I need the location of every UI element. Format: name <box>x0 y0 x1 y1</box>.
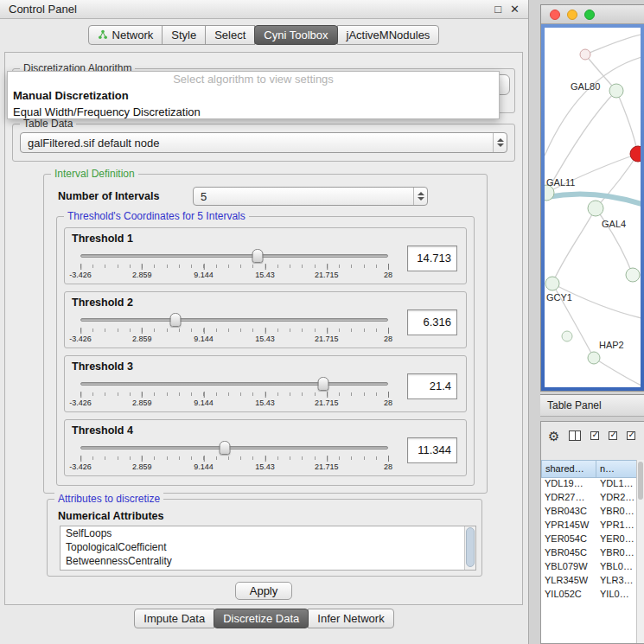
tab-label: Infer Network <box>317 612 384 625</box>
tab-label: Select <box>214 29 245 41</box>
list-item[interactable]: BetweennessCentrality <box>61 554 475 568</box>
table-scrollbar[interactable] <box>636 460 644 643</box>
tab-jactivemnodules[interactable]: jActiveMNodules <box>337 25 440 45</box>
network-node-gal4[interactable] <box>588 201 603 216</box>
table-toolbar: ⚙ <box>541 422 644 450</box>
threshold-label: Threshold 1 <box>72 233 133 245</box>
node-label: HAP2 <box>599 340 624 350</box>
table-row[interactable]: YBL079WYBL0… <box>541 561 644 575</box>
select-function-checkbox-icon[interactable] <box>627 431 635 440</box>
table-data-combobox[interactable]: galFiltered.sif default node <box>20 132 507 153</box>
float-window-icon[interactable]: □ <box>494 3 501 16</box>
apply-button[interactable]: Apply <box>235 582 292 600</box>
slider-track <box>80 318 388 322</box>
gear-icon[interactable]: ⚙ <box>548 430 559 443</box>
table-row[interactable]: YDL19…YDL1… <box>541 478 644 492</box>
network-node[interactable] <box>562 331 572 341</box>
tab-infer-network[interactable]: Infer Network <box>308 609 393 628</box>
dropdown-option-equal-width[interactable]: Equal Width/Frequency Discretization <box>8 104 499 120</box>
number-of-intervals-label: Number of Intervals <box>58 190 159 202</box>
threshold-4-slider[interactable] <box>80 441 388 455</box>
network-node[interactable] <box>580 49 590 60</box>
tab-label: Impute Data <box>143 612 205 625</box>
threshold-coordinates-group: Threshold's Coordinates for 5 Intervals … <box>56 216 475 486</box>
node-label: GAL11 <box>546 177 575 188</box>
tab-network[interactable]: Network <box>88 25 163 45</box>
table-row[interactable]: YBR043CYBR0… <box>541 506 644 520</box>
tab-impute-data[interactable]: Impute Data <box>134 609 214 628</box>
cyni-toolbox-panel: Discretization Algorithm Table Data galF… <box>4 52 523 605</box>
threshold-3-slider[interactable] <box>80 377 388 391</box>
table-body: YDL19…YDL1… YDR27…YDR2… YBR043CYBR0… YPR… <box>541 478 644 643</box>
table-row[interactable]: YPR145WYPR1… <box>541 520 644 533</box>
slider-thumb[interactable] <box>220 441 231 455</box>
numerical-attributes-list: SelfLoops TopologicalCoefficient Between… <box>60 526 476 571</box>
slider-thumb[interactable] <box>318 377 329 391</box>
threshold-3-value-field[interactable]: 21.4 <box>407 373 457 399</box>
network-node-hap2[interactable] <box>588 352 600 364</box>
dropdown-placeholder: Select algorithm to view settings <box>8 72 499 87</box>
network-selection-frame: GAL80 GAL11 GAL4 GCY1 HAP2 <box>541 24 644 391</box>
network-node-selected-red[interactable] <box>630 146 641 162</box>
tab-label: Discretize Data <box>223 612 299 625</box>
close-icon[interactable]: ✕ <box>510 3 520 16</box>
attributes-to-discretize-group: Attributes to discretize Numerical Attri… <box>47 499 482 577</box>
slider-track <box>80 446 388 450</box>
threshold-1-slider[interactable] <box>80 249 388 263</box>
slider-track <box>80 254 388 258</box>
column-header-shared-name[interactable]: shared… <box>541 460 596 478</box>
node-label: GAL80 <box>571 81 600 92</box>
table-row[interactable]: YDR27…YDR2… <box>541 492 644 506</box>
threshold-1-value-field[interactable]: 14.713 <box>407 245 457 271</box>
threshold-label: Threshold 2 <box>72 296 133 309</box>
number-of-intervals-combobox[interactable]: 5 <box>193 187 428 206</box>
threshold-1-panel: Threshold 1 -3.426 2.859 9.144 15.43 21.… <box>64 227 467 284</box>
network-window-titlebar <box>541 5 644 24</box>
tab-cyni-toolbox[interactable]: Cyni Toolbox <box>254 25 337 45</box>
threshold-2-slider[interactable] <box>80 313 388 327</box>
combobox-value: 5 <box>194 190 413 203</box>
network-node[interactable] <box>626 268 640 282</box>
columns-icon[interactable] <box>569 430 581 441</box>
list-scrollbar[interactable] <box>464 526 475 570</box>
threshold-2-value-field[interactable]: 6.316 <box>407 309 457 335</box>
table-panel-window: ⚙ shared… n… YDL19…YDL1… YDR27…YDR2… YBR… <box>540 421 644 644</box>
threshold-4-value-field[interactable]: 11.344 <box>407 437 457 463</box>
network-node-gal80[interactable] <box>609 84 623 98</box>
top-tab-bar: Network Style Select Cyni Toolbox jActiv… <box>0 19 528 50</box>
slider-tick-labels: -3.426 2.859 9.144 15.43 21.715 28 <box>80 396 388 408</box>
table-row[interactable]: YLR345WYLR3… <box>541 575 644 589</box>
dropdown-option-manual-discretization[interactable]: Manual Discretization <box>8 87 499 104</box>
select-all-checkbox-icon[interactable] <box>590 431 599 440</box>
combobox-spinner-icon <box>413 188 427 205</box>
tab-select[interactable]: Select <box>205 25 255 45</box>
list-item[interactable]: TopologicalCoefficient <box>61 540 475 554</box>
threshold-label: Threshold 4 <box>72 424 133 437</box>
network-view-window: GAL80 GAL11 GAL4 GCY1 HAP2 <box>540 4 644 392</box>
tab-style[interactable]: Style <box>162 25 206 45</box>
table-row[interactable]: YIL052CYIL0… <box>541 589 644 603</box>
network-node-gcy1[interactable] <box>545 277 559 290</box>
threshold-2-panel: Threshold 2 -3.426 2.859 9.144 15.43 21.… <box>64 291 467 348</box>
table-panel-header: Table Panel <box>540 394 644 417</box>
tab-discretize-data[interactable]: Discretize Data <box>214 609 309 628</box>
algorithm-dropdown-popup: Select algorithm to view settings Manual… <box>7 71 500 119</box>
minimize-traffic-light-icon[interactable] <box>567 10 577 20</box>
slider-thumb[interactable] <box>252 249 264 263</box>
zoom-traffic-light-icon[interactable] <box>584 10 595 20</box>
table-row[interactable]: YER054CYER0… <box>541 533 644 547</box>
numerical-attributes-label: Numerical Attributes <box>58 510 163 522</box>
select-none-checkbox-icon[interactable] <box>609 431 617 440</box>
close-traffic-light-icon[interactable] <box>550 10 560 20</box>
tab-label: Cyni Toolbox <box>264 29 328 41</box>
threshold-4-panel: Threshold 4 -3.426 2.859 9.144 15.43 21.… <box>64 419 467 476</box>
node-label: GCY1 <box>546 292 572 303</box>
network-icon <box>98 29 108 40</box>
network-canvas[interactable]: GAL80 GAL11 GAL4 GCY1 HAP2 <box>545 28 641 387</box>
table-row[interactable]: YBR045CYBR0… <box>541 547 644 561</box>
slider-thumb[interactable] <box>170 313 182 327</box>
bottom-tab-bar: Impute Data Discretize Data Infer Networ… <box>0 609 529 628</box>
tab-label: Network <box>112 29 154 41</box>
group-title: Attributes to discretize <box>54 493 163 505</box>
list-item[interactable]: SelfLoops <box>61 526 475 540</box>
